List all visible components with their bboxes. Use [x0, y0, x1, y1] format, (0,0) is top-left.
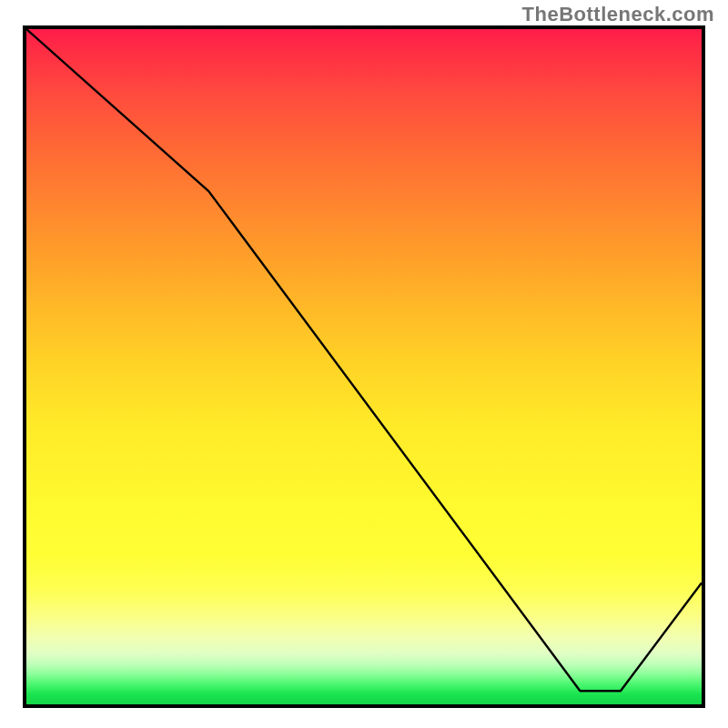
- line-chart-svg: [26, 29, 702, 704]
- plot-area: [23, 25, 705, 708]
- chart-container: TheBottleneck.com: [0, 0, 728, 728]
- watermark-text: TheBottleneck.com: [522, 3, 714, 26]
- bottleneck-curve: [26, 29, 702, 691]
